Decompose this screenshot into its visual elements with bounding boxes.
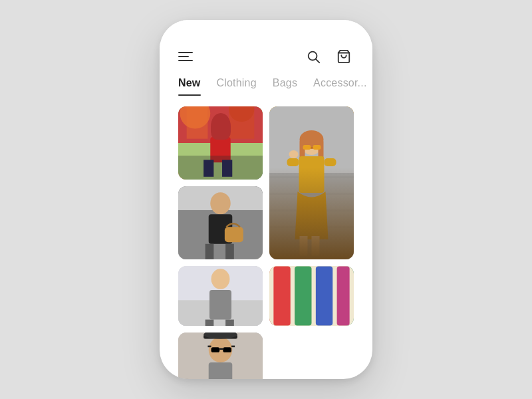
svg-rect-29: [325, 158, 336, 166]
product-card-3[interactable]: [178, 186, 263, 259]
product-card-1[interactable]: [178, 106, 263, 180]
svg-rect-17: [269, 193, 354, 195]
svg-rect-27: [299, 156, 325, 193]
product-card-5[interactable]: [269, 266, 354, 326]
product-image-6: [178, 332, 263, 379]
product-card-2[interactable]: [269, 106, 354, 259]
svg-rect-14: [269, 106, 354, 259]
product-card-6[interactable]: [178, 332, 263, 379]
svg-rect-59: [219, 348, 223, 350]
product-image-2: [269, 106, 354, 259]
bag-button[interactable]: [334, 47, 354, 66]
svg-rect-25: [313, 145, 321, 150]
svg-rect-39: [225, 244, 234, 259]
tab-accessories[interactable]: Accessor...: [313, 77, 366, 96]
svg-rect-37: [225, 227, 243, 242]
svg-point-42: [211, 269, 230, 289]
svg-rect-32: [312, 236, 320, 256]
svg-point-35: [210, 192, 230, 214]
svg-rect-43: [209, 290, 231, 319]
svg-rect-47: [273, 267, 290, 326]
tab-new[interactable]: New: [178, 77, 201, 96]
svg-rect-56: [223, 347, 231, 352]
svg-rect-31: [300, 236, 308, 256]
product-grid: [160, 96, 372, 379]
product-image-4: [178, 266, 263, 326]
svg-rect-55: [211, 347, 220, 352]
svg-rect-38: [205, 244, 214, 259]
bag-icon: [336, 49, 351, 64]
nav-tabs: New Clothing Bags Accessor...: [160, 77, 372, 96]
search-icon: [306, 49, 321, 64]
product-image-5: [269, 266, 354, 326]
svg-rect-50: [337, 267, 350, 326]
svg-rect-60: [209, 362, 233, 379]
svg-line-1: [316, 59, 319, 63]
svg-rect-48: [295, 267, 311, 326]
product-image-1: [178, 106, 263, 180]
product-card-4[interactable]: [178, 266, 263, 326]
svg-rect-28: [287, 158, 299, 166]
header: [160, 20, 372, 77]
search-button[interactable]: [303, 47, 323, 66]
svg-rect-19: [269, 226, 354, 228]
svg-rect-16: [269, 176, 354, 178]
tab-bags[interactable]: Bags: [273, 77, 297, 96]
phone-frame: New Clothing Bags Accessor...: [160, 20, 372, 379]
svg-point-9: [213, 120, 228, 137]
svg-rect-57: [207, 346, 211, 348]
product-image-3: [178, 186, 263, 259]
header-icons: [303, 47, 354, 66]
svg-rect-49: [316, 267, 332, 326]
tab-clothing[interactable]: Clothing: [217, 77, 257, 96]
svg-rect-18: [269, 209, 354, 211]
svg-rect-24: [303, 145, 311, 150]
svg-rect-44: [205, 320, 214, 326]
svg-rect-15: [269, 173, 354, 259]
svg-rect-58: [231, 346, 235, 348]
menu-icon[interactable]: [178, 52, 193, 61]
svg-rect-13: [178, 156, 263, 180]
svg-point-30: [289, 150, 299, 158]
svg-rect-45: [225, 320, 234, 326]
